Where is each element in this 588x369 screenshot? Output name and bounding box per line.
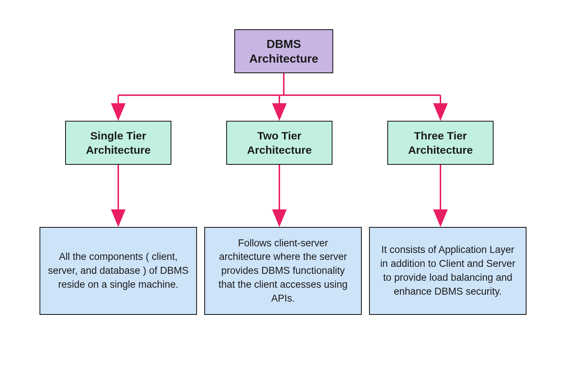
tier-node-two: Two Tier Architecture — [226, 121, 332, 165]
tier-title: Two Tier Architecture — [227, 128, 332, 157]
tier-node-single: Single Tier Architecture — [65, 121, 171, 165]
tier-title: Single Tier Architecture — [66, 128, 171, 157]
desc-text: Follows client-server architecture where… — [212, 236, 354, 306]
tier-title: Three Tier Architecture — [388, 128, 493, 157]
desc-text: It consists of Application Layer in addi… — [377, 243, 518, 298]
desc-text: All the components ( client, server, and… — [48, 250, 189, 291]
dbms-architecture-diagram: DBMS Architecture Single Tier Architectu… — [0, 0, 588, 369]
tier-node-three: Three Tier Architecture — [387, 121, 494, 165]
root-title: DBMS Architecture — [235, 37, 332, 66]
root-node: DBMS Architecture — [234, 29, 333, 73]
desc-node-three: It consists of Application Layer in addi… — [369, 227, 526, 315]
desc-node-single: All the components ( client, server, and… — [40, 227, 197, 315]
desc-node-two: Follows client-server architecture where… — [204, 227, 362, 315]
